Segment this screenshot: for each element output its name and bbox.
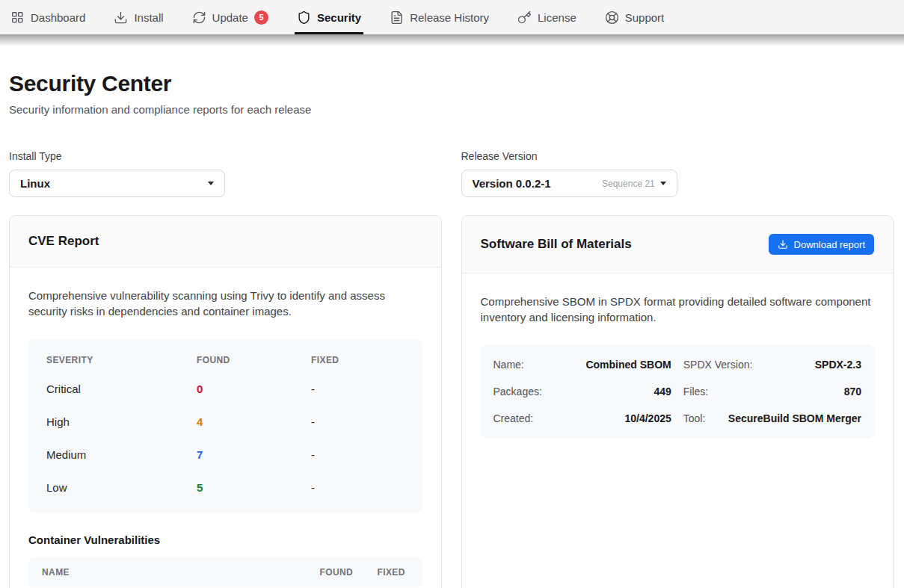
detail-row-spdx-version: SPDX Version: SPDX-2.3 [683,351,861,378]
sbom-card: Software Bill of Materials Download repo… [461,215,894,588]
release-version-value: Version 0.0.2-1 [473,177,551,190]
column-header-name: Name [42,567,320,578]
nav-item-update[interactable]: Update 5 [192,0,268,34]
nav-label: Release History [410,11,489,24]
top-navigation: Dashboard Install Update 5 Security Rele… [0,0,904,34]
detail-label: Name: [493,359,524,371]
nav-item-release-history[interactable]: Release History [390,0,489,34]
detail-row-files: Files: 870 [683,378,861,405]
detail-row-tool: Tool: SecureBuild SBOM Merger [683,405,861,432]
sbom-card-title: Software Bill of Materials [481,237,632,252]
chevron-down-icon [660,182,666,185]
fixed-count: - [311,383,404,395]
install-type-select[interactable]: Linux [9,170,225,197]
release-version-label: Release Version [461,150,894,162]
install-type-field: Install Type Linux [9,150,442,197]
table-row-critical: Critical 0 - [46,372,405,405]
detail-label: Created: [493,412,534,424]
found-count: 4 [197,415,311,428]
found-count: 0 [197,383,311,395]
update-count-badge: 5 [254,10,268,25]
nav-item-security[interactable]: Security [297,0,361,34]
nav-item-support[interactable]: Support [605,0,665,34]
detail-row-name: Name: Combined SBOM [493,351,671,378]
severity-table-header: Severity Found Fixed [46,344,405,372]
document-icon [390,10,404,25]
download-icon [778,239,788,250]
detail-label: SPDX Version: [683,359,753,371]
table-row-low: Low 5 - [46,471,405,504]
severity-label: Medium [46,448,197,461]
download-icon [114,10,128,25]
table-row-medium: Medium 7 - [46,438,405,471]
sbom-details-grid: Name: Combined SBOM Packages: 449 Create… [481,344,875,439]
cve-description: Comprehensive vulnerability scanning usi… [28,288,422,319]
fixed-count: - [311,448,404,461]
severity-label: High [46,415,197,428]
severity-label: Critical [46,383,197,395]
detail-value: 870 [844,386,861,397]
page-title: Security Center [9,71,894,96]
chevron-down-icon [208,182,214,185]
detail-label: Packages: [493,386,542,397]
severity-label: Low [46,481,197,494]
fixed-count: - [311,415,404,428]
nav-label: Security [317,11,361,24]
download-report-label: Download report [794,239,865,250]
nav-label: Support [625,11,665,24]
cve-card-header: CVE Report [10,216,441,267]
column-header-fixed: Fixed [311,355,404,365]
detail-value: Combined SBOM [585,359,671,371]
column-header-found: Found [197,355,311,365]
detail-row-packages: Packages: 449 [493,378,671,405]
severity-table: Severity Found Fixed Critical 0 - High 4… [28,339,422,513]
sbom-card-header: Software Bill of Materials Download repo… [462,216,894,273]
cve-card-title: CVE Report [28,234,99,249]
container-vulnerabilities-title: Container Vulnerabilities [28,533,422,546]
install-type-value: Linux [20,177,50,190]
page-subtitle: Security information and compliance repo… [9,103,894,116]
table-row-high: High 4 - [46,405,405,438]
filters-row: Install Type Linux Release Version Versi… [9,150,894,197]
nav-item-license[interactable]: License [517,0,576,34]
column-header-severity: Severity [46,355,197,365]
nav-label: Install [134,11,163,24]
release-version-select[interactable]: Version 0.0.2-1 Sequence 21 [461,170,677,197]
detail-row-created: Created: 10/4/2025 [493,405,671,432]
install-type-label: Install Type [9,150,442,162]
detail-label: Tool: [683,412,706,424]
column-header-fixed: Fixed [378,567,409,578]
nav-item-install[interactable]: Install [114,0,163,34]
nav-item-dashboard[interactable]: Dashboard [10,0,85,34]
nav-label: License [538,11,576,24]
sbom-description: Comprehensive SBOM in SPDX format provid… [481,294,875,325]
container-vulnerabilities-table-header: Name Found Fixed [28,557,422,587]
detail-value: SPDX-2.3 [815,359,861,371]
column-header-found: Found [320,567,378,578]
nav-scroll-shadow [0,34,904,46]
found-count: 5 [197,481,311,494]
key-icon [517,10,532,25]
nav-label: Dashboard [31,11,85,24]
dashboard-icon [10,10,25,25]
cve-report-card: CVE Report Comprehensive vulnerability s… [9,215,442,588]
lifebuoy-icon [605,10,619,25]
found-count: 7 [197,448,311,461]
sbom-card-body: Comprehensive SBOM in SPDX format provid… [462,273,894,457]
fixed-count: - [311,481,404,494]
sbom-details-left-column: Name: Combined SBOM Packages: 449 Create… [493,351,671,432]
detail-value: 449 [654,386,671,397]
refresh-icon [192,10,206,25]
cards-row: CVE Report Comprehensive vulnerability s… [9,215,894,588]
detail-value: SecureBuild SBOM Merger [728,412,861,424]
sequence-label: Sequence 21 [602,179,655,189]
release-version-field: Release Version Version 0.0.2-1 Sequence… [461,150,894,197]
shield-icon [297,10,311,25]
main-content: Security Center Security information and… [0,71,904,588]
nav-label: Update [212,11,248,24]
detail-value: 10/4/2025 [624,412,671,424]
download-report-button[interactable]: Download report [769,234,874,255]
detail-label: Files: [683,386,708,397]
cve-card-body: Comprehensive vulnerability scanning usi… [10,267,441,588]
sbom-details-right-column: SPDX Version: SPDX-2.3 Files: 870 Tool: … [683,351,861,432]
